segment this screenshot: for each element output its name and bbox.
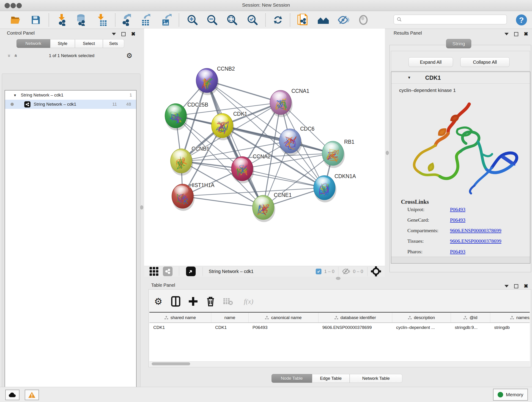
save-session-button[interactable] [29,14,42,26]
zoom-out-button[interactable] [206,14,219,26]
network-collection-row[interactable]: ▼ String Network – cdk1 1 [5,90,136,100]
panel-menu-icon[interactable] [112,33,116,35]
hidden-eye-slash-icon[interactable] [342,268,350,275]
panel-menu-icon[interactable] [505,33,509,35]
panel-close-icon[interactable]: ✖ [131,32,135,37]
panel-close-icon[interactable]: ✖ [524,283,528,289]
table-hscrollbar-thumb[interactable] [152,362,190,365]
table-row[interactable]: CDK1CDK1P064939606.ENSP00000378699cyclin… [149,323,530,332]
network-list: ▼ String Network – cdk1 1 String Network… [5,90,137,402]
delete-column-button[interactable] [204,295,217,308]
table-column-header[interactable]: @id [451,313,490,322]
selected-checkbox-icon[interactable] [316,269,322,274]
cloud-status-button[interactable] [5,390,19,400]
column-label: shared name [171,315,196,320]
panel-float-icon[interactable] [514,32,518,36]
crosslink-value-link[interactable]: P06493 [450,249,465,255]
collapse-all-button[interactable]: Collapse All [460,57,510,67]
table-settings-button[interactable]: ⚙ [152,295,165,308]
network-canvas[interactable]: CCNB2CCNA1CDC25BCDK1CDC6RB1CCNB1CCNA2CDK… [144,29,385,266]
entry-collapse-icon[interactable]: ▼ [407,76,411,80]
collection-expand-icon[interactable]: ▼ [13,93,17,97]
crosslink-value-link[interactable]: 9606.ENSP00000378699 [450,238,501,244]
search-field[interactable] [394,15,507,24]
panel-menu-icon[interactable] [505,285,509,287]
network-edge[interactable] [207,80,263,207]
warning-status-button[interactable] [25,390,39,400]
network-share-view-icon[interactable] [163,267,172,276]
collapse-all-networks-icon[interactable]: » [13,54,19,57]
network-node[interactable]: CDC6 [279,126,315,156]
search-input[interactable] [402,17,499,22]
export-image-button[interactable] [160,14,172,26]
memory-button[interactable]: Memory [493,389,528,401]
fit-content-crosshair-icon[interactable] [371,266,381,277]
help-button[interactable]: ? [515,14,528,26]
network-node[interactable]: RB1 [322,139,355,168]
show-columns-button[interactable] [169,295,182,308]
network-node[interactable]: CCNA2 [231,153,271,183]
panel-float-icon[interactable] [121,32,126,36]
expand-all-button[interactable]: Expand All [409,57,453,67]
network-node[interactable]: CCNE1 [253,192,292,222]
export-table-button[interactable] [139,14,152,26]
open-session-button[interactable] [9,14,22,26]
zoom-fit-button[interactable] [226,14,239,26]
table-column-header[interactable]: name [211,313,249,322]
table-column-header[interactable]: namespace [490,313,530,322]
export-network-button[interactable] [120,14,133,26]
tab-network-table[interactable]: Network Table [350,374,402,383]
function-builder-button-disabled[interactable]: f(x) [239,295,258,308]
zoom-selected-button[interactable] [246,14,259,26]
panel-close-icon[interactable]: ✖ [524,32,528,37]
zoom-in-button[interactable] [186,14,199,26]
refresh-button[interactable] [272,14,284,26]
tab-edge-table[interactable]: Edge Table [312,374,350,383]
results-entry-header[interactable]: ▼ CDK1 [391,72,530,84]
add-column-button[interactable] [187,295,200,308]
node-table: shared namenamecanonical namedatabase id… [149,312,530,362]
network-node[interactable]: CDC25B [165,102,208,130]
network-node[interactable]: CCNB1 [171,146,209,176]
network-node[interactable]: CDKN1A [314,173,356,202]
tab-string[interactable]: String [446,39,471,48]
hide-glass-ball-button[interactable] [337,14,350,26]
import-network-file-button[interactable] [56,14,68,26]
table-column-header[interactable]: description [392,313,451,322]
table-column-header[interactable]: canonical name [249,313,318,322]
tab-node-table[interactable]: Node Table [272,374,312,383]
network-options-gear-icon[interactable]: ⚙ [126,52,133,59]
table-column-header[interactable]: shared name [149,313,211,322]
crosslink-value-link[interactable]: P06493 [450,217,465,223]
crosslink-value-link[interactable]: P06493 [450,206,465,212]
network-row-selected[interactable]: String Network – cdk1 11 48 [5,100,136,109]
network-edge[interactable] [242,169,324,188]
network-node[interactable]: CCNA1 [270,88,309,117]
results-scrollbar-track[interactable] [391,257,530,263]
crosslink-value-link[interactable]: 9606.ENSP00000378699 [450,228,501,234]
import-table-file-button[interactable] [95,14,108,26]
tab-sets[interactable]: Sets [103,39,124,48]
table-column-header[interactable]: database identifier [318,313,392,322]
network-graph: CCNB2CCNA1CDC25BCDK1CDC6RB1CCNB1CCNA2CDK… [144,29,385,266]
panel-float-icon[interactable] [514,284,518,288]
grid-view-icon[interactable] [149,267,159,276]
vertical-splitter-handle-left[interactable] [140,205,143,210]
string-import-button[interactable] [297,14,309,26]
table-hscrollbar-track[interactable] [149,361,530,366]
tab-select[interactable]: Select [75,39,103,48]
tab-style[interactable]: Style [50,39,75,48]
import-network-from-database-button[interactable] [75,14,88,26]
network-node[interactable]: HIST1H1A [172,182,215,211]
horizontal-splitter-handle[interactable] [336,277,341,280]
network-edge[interactable] [222,126,333,153]
delete-table-button-disabled[interactable] [222,295,234,308]
string-home-button[interactable] [317,14,330,26]
expand-all-networks-icon[interactable]: » [6,54,12,57]
network-node[interactable]: CCNB2 [196,66,235,95]
tab-network[interactable]: Network [17,39,50,48]
network-edge[interactable] [183,196,263,207]
show-glass-ball-button[interactable] [357,14,370,26]
node-label: RB1 [344,139,355,145]
birdseye-view-icon[interactable] [186,267,196,276]
